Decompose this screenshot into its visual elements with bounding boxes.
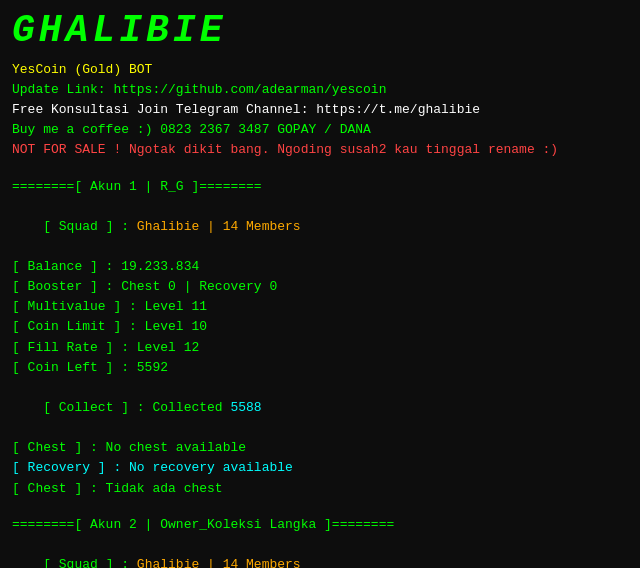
header-line4: Buy me a coffee :) 0823 2367 3487 GOPAY …: [12, 120, 628, 140]
account1-chest: [ Chest ] : No chest available: [12, 438, 628, 458]
header-line5: NOT FOR SALE ! Ngotak dikit bang. Ngodin…: [12, 140, 628, 160]
squad2-label: [ Squad ] :: [43, 557, 137, 568]
account1-coinlimit: [ Coin Limit ] : Level 10: [12, 317, 628, 337]
header-info: YesCoin (Gold) BOT Update Link: https://…: [12, 60, 628, 161]
spacer1: [12, 161, 628, 177]
account1-squad: [ Squad ] : Ghalibie | 14 Members: [12, 197, 628, 257]
header-line1: YesCoin (Gold) BOT: [12, 60, 628, 80]
spacer2: [12, 499, 628, 515]
squad-label: [ Squad ] :: [43, 219, 137, 234]
app-title: GHALIBIE: [12, 10, 628, 52]
coffee-word: coffee: [82, 122, 129, 137]
coffee-prefix: Buy me a: [12, 122, 82, 137]
account1-fillrate: [ Fill Rate ] : Level 12: [12, 338, 628, 358]
account1-coinleft: [ Coin Left ] : 5592: [12, 358, 628, 378]
account1-recovery: [ Recovery ] : No recovery available: [12, 458, 628, 478]
header-line3: Free Konsultasi Join Telegram Channel: h…: [12, 100, 628, 120]
collect-prefix: [ Collect ] : Collected: [43, 400, 230, 415]
account1-balance: [ Balance ] : 19.233.834: [12, 257, 628, 277]
coffee-suffix: :) 0823 2367 3487 GOPAY / DANA: [129, 122, 371, 137]
squad-value: Ghalibie | 14 Members: [137, 219, 301, 234]
app-title-block: GHALIBIE: [12, 10, 628, 52]
squad2-value: Ghalibie | 14 Members: [137, 557, 301, 568]
account2-squad: [ Squad ] : Ghalibie | 14 Members: [12, 535, 628, 568]
account2-section: ========[ Akun 2 | Owner_Koleksi Langka …: [12, 515, 628, 568]
account2-header: ========[ Akun 2 | Owner_Koleksi Langka …: [12, 515, 628, 535]
account1-collect: [ Collect ] : Collected 5588: [12, 378, 628, 438]
account1-chest2: [ Chest ] : Tidak ada chest: [12, 479, 628, 499]
account1-booster: [ Booster ] : Chest 0 | Recovery 0: [12, 277, 628, 297]
header-line2: Update Link: https://github.com/adearman…: [12, 80, 628, 100]
account1-multivalue: [ Multivalue ] : Level 11: [12, 297, 628, 317]
account1-header: ========[ Akun 1 | R_G ]========: [12, 177, 628, 197]
account1-section: ========[ Akun 1 | R_G ]======== [ Squad…: [12, 177, 628, 499]
collect-num: 5588: [230, 400, 261, 415]
